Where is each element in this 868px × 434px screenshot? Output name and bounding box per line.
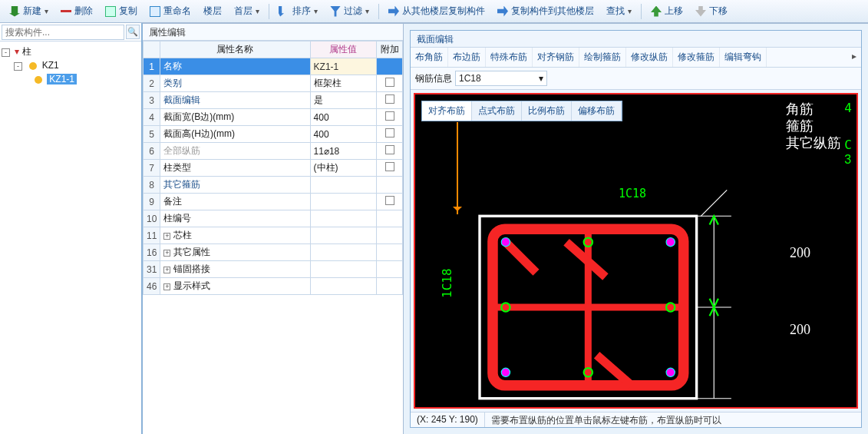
cross-section-tab[interactable]: 修改箍筋 xyxy=(673,48,720,67)
delete-icon xyxy=(61,6,71,17)
property-row[interactable]: 3截面编辑是 xyxy=(144,92,403,109)
find-label: 查找 xyxy=(606,5,625,18)
rebar-legend: 角筋 箍筋 其它纵筋 xyxy=(786,101,841,151)
cross-section-tab[interactable]: 编辑弯钩 xyxy=(720,48,767,67)
tabs-scroll-right[interactable]: ▸ xyxy=(847,48,861,67)
layout-subtab[interactable]: 对齐布筋 xyxy=(422,101,472,121)
rebar-info-bar: 钢筋信息 1C18 ▾ xyxy=(411,68,861,90)
export-label: 复制构件到其他楼层 xyxy=(511,5,594,18)
legend-other: 其它纵筋 xyxy=(786,134,841,151)
cross-section-box: 截面编辑 布角筋布边筋特殊布筋对齐钢筋绘制箍筋修改纵筋修改箍筋编辑弯钩▸ 钢筋信… xyxy=(410,30,862,428)
movedown-button[interactable]: 下移 xyxy=(691,3,732,20)
cross-section-tab[interactable]: 布边筋 xyxy=(448,48,486,67)
property-panel: 属性编辑 属性名称 属性值 附加 1名称KZ1-12类别框架柱3截面编辑是4截面… xyxy=(143,24,404,434)
property-row[interactable]: 1名称KZ1-1 xyxy=(144,58,403,75)
cross-section-tab[interactable]: 修改纵筋 xyxy=(626,48,673,67)
movedown-label: 下移 xyxy=(709,5,728,18)
col-value: 属性值 xyxy=(310,41,376,58)
sort-button[interactable]: 排序 xyxy=(274,3,322,20)
new-button[interactable]: 新建 xyxy=(5,3,53,20)
property-row[interactable]: 31+锚固搭接 xyxy=(144,261,403,278)
property-row[interactable]: 11+芯柱 xyxy=(144,227,403,244)
col-name: 属性名称 xyxy=(160,41,310,58)
collapse-icon[interactable]: - xyxy=(2,48,10,57)
arrow-up-icon xyxy=(651,6,662,17)
main-area: 🔍 - ▾ 柱 - KZ1 KZ1-1 属性编辑 xyxy=(0,23,868,434)
layout-subtab[interactable]: 偏移布筋 xyxy=(572,101,622,121)
cross-section-canvas[interactable]: 对齐布筋点式布筋比例布筋偏移布筋 角筋 箍筋 其它纵筋 4 C3 1C18 1C… xyxy=(414,93,858,409)
separator xyxy=(641,4,642,19)
export-button[interactable]: 复制构件到其他楼层 xyxy=(493,3,599,20)
cross-section-tab[interactable]: 绘制箍筋 xyxy=(579,48,626,67)
arrow-down-icon xyxy=(695,6,706,17)
property-panel-title: 属性编辑 xyxy=(143,24,403,41)
property-row[interactable]: 5截面高(H边)(mm)400 xyxy=(144,126,403,143)
cross-section-tab[interactable]: 对齐钢筋 xyxy=(533,48,579,67)
center-area: 属性编辑 属性名称 属性值 附加 1名称KZ1-12类别框架柱3截面编辑是4截面… xyxy=(143,23,868,434)
property-row[interactable]: 6全部纵筋11⌀18 xyxy=(144,143,403,160)
property-row[interactable]: 46+显示样式 xyxy=(144,278,403,295)
copy-icon xyxy=(105,6,116,17)
svg-point-8 xyxy=(666,238,675,247)
layout-subtab[interactable]: 比例布筋 xyxy=(522,101,572,121)
rebar-info-combo[interactable]: 1C18 ▾ xyxy=(455,71,547,86)
gear-icon xyxy=(35,76,42,84)
property-row[interactable]: 4截面宽(B边)(mm)400 xyxy=(144,109,403,126)
cross-section-tab[interactable]: 特殊布筋 xyxy=(486,48,533,67)
cross-section-title: 截面编辑 xyxy=(411,31,861,48)
copy-button[interactable]: 复制 xyxy=(101,3,142,20)
callout-arrow xyxy=(457,122,458,214)
property-row[interactable]: 9备注 xyxy=(144,194,403,210)
filter-label: 过滤 xyxy=(344,5,362,18)
new-icon xyxy=(9,6,20,17)
delete-label: 删除 xyxy=(74,5,93,18)
cross-section-area: 截面编辑 布角筋布边筋特殊布筋对齐钢筋绘制箍筋修改纵筋修改箍筋编辑弯钩▸ 钢筋信… xyxy=(404,24,868,434)
search-row: 🔍 xyxy=(0,23,141,41)
svg-point-9 xyxy=(501,368,510,376)
find-button[interactable]: 查找 xyxy=(602,3,636,20)
search-go-button[interactable]: 🔍 xyxy=(126,25,140,39)
floor-select[interactable]: 首层 xyxy=(229,3,264,20)
collapse-icon[interactable]: - xyxy=(14,62,22,71)
moveup-button[interactable]: 上移 xyxy=(646,3,688,20)
export-icon xyxy=(497,6,508,17)
main-toolbar: 新建 删除 复制 重命名 楼层 首层 排序 过滤 从其他楼层复制构件 复制构件到… xyxy=(0,0,868,23)
rename-label: 重命名 xyxy=(163,5,191,18)
legend-stirrup: 箍筋 xyxy=(786,118,841,134)
svg-point-10 xyxy=(666,368,675,376)
rename-icon xyxy=(150,6,160,17)
svg-line-15 xyxy=(701,190,727,216)
copy-label: 复制 xyxy=(119,5,137,18)
property-header-row: 属性名称 属性值 附加 xyxy=(144,41,403,58)
property-row[interactable]: 10柱编号 xyxy=(144,210,403,227)
sort-icon xyxy=(279,6,289,17)
filter-icon xyxy=(330,6,341,17)
import-button[interactable]: 从其他楼层复制构件 xyxy=(384,3,490,20)
property-row[interactable]: 8其它箍筋 xyxy=(144,177,403,194)
filter-button[interactable]: 过滤 xyxy=(325,3,374,20)
rebar-info-value: 1C18 xyxy=(459,73,539,84)
col-extra: 附加 xyxy=(377,41,403,58)
rebar-layout-subtabs: 对齐布筋点式布筋比例布筋偏移布筋 xyxy=(421,101,622,121)
component-tree-panel: 🔍 - ▾ 柱 - KZ1 KZ1-1 xyxy=(0,23,143,434)
sort-label: 排序 xyxy=(292,5,311,18)
component-tree: - ▾ 柱 - KZ1 KZ1-1 xyxy=(0,41,141,434)
legend-corner: 角筋 xyxy=(786,101,841,118)
search-input[interactable] xyxy=(2,25,124,40)
svg-point-7 xyxy=(501,238,510,247)
tree-leaf[interactable]: KZ1-1 xyxy=(2,72,140,86)
property-row[interactable]: 7柱类型(中柱) xyxy=(144,160,403,177)
rename-button[interactable]: 重命名 xyxy=(145,3,196,20)
floor-label: 楼层 xyxy=(199,3,226,20)
import-icon xyxy=(388,6,399,17)
tree-root[interactable]: - ▾ 柱 xyxy=(2,45,140,58)
layout-subtab[interactable]: 点式布筋 xyxy=(472,101,522,121)
cross-section-statusbar: (X: 245 Y: 190) 需要布置纵筋的位置单击鼠标左键布筋，布置纵筋时可… xyxy=(411,412,861,427)
tree-child[interactable]: - KZ1 xyxy=(2,58,140,72)
property-row[interactable]: 16+其它属性 xyxy=(144,244,403,261)
rebar-info-label: 钢筋信息 xyxy=(415,72,452,85)
separator xyxy=(269,4,269,19)
cross-section-tab[interactable]: 布角筋 xyxy=(411,48,448,67)
delete-button[interactable]: 删除 xyxy=(56,3,97,20)
property-row[interactable]: 2类别框架柱 xyxy=(144,75,403,92)
